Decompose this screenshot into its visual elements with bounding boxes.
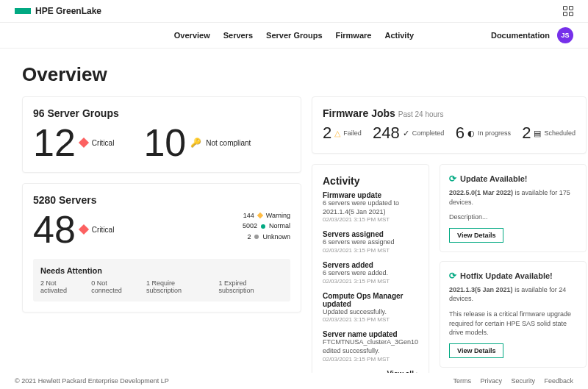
footer-terms[interactable]: Terms — [453, 377, 471, 385]
warning-triangle-icon: △ — [334, 129, 340, 138]
brand-text: HPE GreenLake — [35, 6, 101, 16]
activity-item: Compute Ops Manager updatedUpdated succe… — [323, 292, 418, 324]
footer-security[interactable]: Security — [511, 377, 535, 385]
activity-card: Activity Firmware update6 servers were u… — [312, 164, 429, 389]
activity-item: Server name updatedFTCMTNUSA_clusterA_3G… — [323, 330, 418, 362]
avatar[interactable]: JS — [557, 27, 573, 43]
copyright: © 2021 Hewlett Packard Enterprise Develo… — [15, 377, 169, 385]
navbar: Overview Servers Server Groups Firmware … — [0, 23, 588, 49]
attention-item: 1 Require subscription — [146, 279, 211, 294]
refresh-icon: ⟳ — [449, 271, 456, 281]
servers-card: 5280 Servers 48Critical 144Warning 5002N… — [22, 183, 301, 313]
calendar-icon: ▤ — [534, 129, 541, 138]
groups-critical-label: Critical — [92, 139, 115, 147]
server-groups-card: 96 Server Groups 12Critical 10🔑Not compl… — [22, 96, 301, 173]
fw-inprogress: 6 — [456, 124, 465, 143]
update-card: ⟳Update Available!2022.5.0(1 Mar 2022) i… — [440, 164, 587, 252]
servers-critical-label: Critical — [92, 226, 115, 234]
nav-server-groups[interactable]: Server Groups — [266, 31, 322, 40]
activity-item: Servers added6 servers were added.02/03/… — [323, 261, 418, 285]
fw-scheduled: 2 — [522, 124, 531, 143]
nav-servers[interactable]: Servers — [223, 31, 253, 40]
servers-critical-count: 48 — [33, 210, 76, 249]
attention-item: 0 Not connected — [91, 279, 139, 294]
firmware-jobs-card: Firmware Jobs Past 24 hours 2△Failed 248… — [312, 96, 587, 154]
attention-item: 2 Not activated — [40, 279, 84, 294]
refresh-icon: ⟳ — [449, 174, 456, 184]
fw-completed: 248 — [373, 124, 400, 143]
warning-icon — [257, 213, 263, 218]
attention-title: Needs Attention — [40, 266, 283, 275]
activity-item: Firmware update6 servers were updated to… — [323, 191, 418, 223]
check-icon: ✓ — [403, 129, 409, 138]
fw-failed: 2 — [323, 124, 331, 143]
critical-icon — [79, 138, 89, 148]
server-groups-title: 96 Server Groups — [33, 107, 290, 119]
page-title: Overview — [22, 63, 566, 86]
key-icon: 🔑 — [190, 138, 201, 148]
update-card: ⟳Hotfix Update Available!2021.1.3(5 Jan … — [440, 261, 587, 368]
brand-bar-icon — [15, 8, 31, 14]
nav-tabs: Overview Servers Server Groups Firmware … — [174, 31, 414, 40]
groups-noncompliant-count: 10 — [143, 124, 186, 162]
unknown-icon — [254, 235, 259, 239]
footer-feedback[interactable]: Feedback — [544, 377, 573, 385]
nav-overview[interactable]: Overview — [174, 31, 210, 40]
groups-critical-count: 12 — [33, 124, 76, 162]
servers-status-list: 144Warning 5002Normal 2Unknown — [229, 210, 290, 242]
footer-privacy[interactable]: Privacy — [480, 377, 502, 385]
apps-icon[interactable] — [563, 6, 573, 16]
view-details-button[interactable]: View Details — [449, 343, 503, 358]
progress-icon: ◐ — [467, 129, 475, 138]
documentation-link[interactable]: Documentation — [491, 31, 550, 40]
activity-item: Servers assigned6 servers were assigned0… — [323, 230, 418, 254]
needs-attention: Needs Attention 2 Not activated 0 Not co… — [33, 259, 290, 301]
critical-icon — [79, 224, 89, 235]
normal-icon — [261, 224, 265, 229]
attention-item: 1 Expired subscription — [219, 279, 283, 294]
view-details-button[interactable]: View Details — [449, 228, 503, 243]
firmware-title: Firmware Jobs Past 24 hours — [323, 107, 576, 119]
groups-noncompliant-label: Not compliant — [206, 139, 251, 147]
footer: © 2021 Hewlett Packard Enterprise Develo… — [0, 373, 588, 389]
servers-title: 5280 Servers — [33, 194, 290, 206]
nav-firmware[interactable]: Firmware — [336, 31, 372, 40]
nav-activity[interactable]: Activity — [384, 31, 414, 40]
topbar: HPE GreenLake — [0, 0, 588, 23]
brand[interactable]: HPE GreenLake — [15, 6, 101, 16]
activity-title: Activity — [323, 175, 418, 187]
